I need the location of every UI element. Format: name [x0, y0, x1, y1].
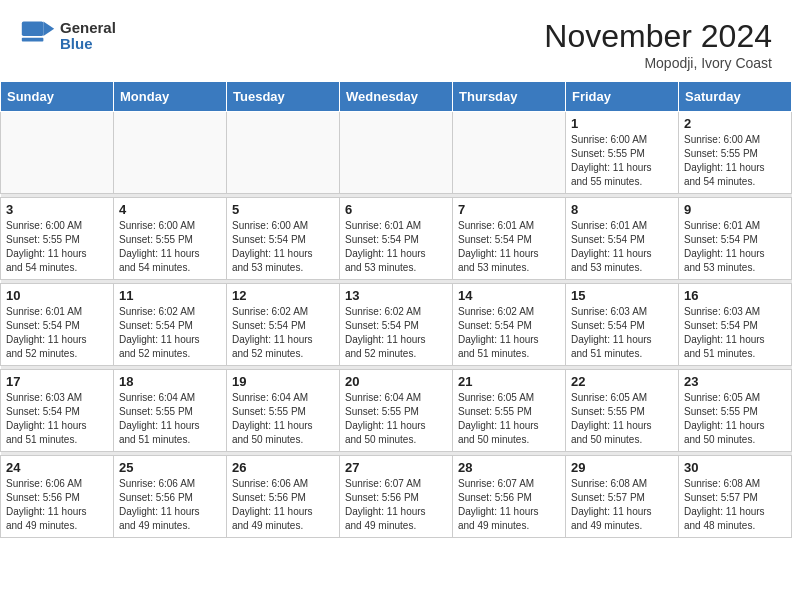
calendar-day: 26Sunrise: 6:06 AM Sunset: 5:56 PM Dayli… [227, 456, 340, 538]
day-info: Sunrise: 6:03 AM Sunset: 5:54 PM Dayligh… [6, 391, 108, 447]
day-info: Sunrise: 6:07 AM Sunset: 5:56 PM Dayligh… [458, 477, 560, 533]
calendar-day: 3Sunrise: 6:00 AM Sunset: 5:55 PM Daylig… [1, 198, 114, 280]
day-number: 10 [6, 288, 108, 303]
calendar-week-row: 17Sunrise: 6:03 AM Sunset: 5:54 PM Dayli… [1, 370, 792, 452]
day-info: Sunrise: 6:00 AM Sunset: 5:54 PM Dayligh… [232, 219, 334, 275]
day-info: Sunrise: 6:00 AM Sunset: 5:55 PM Dayligh… [6, 219, 108, 275]
logo-blue: Blue [60, 36, 116, 53]
day-number: 6 [345, 202, 447, 217]
calendar-header-friday: Friday [566, 82, 679, 112]
day-info: Sunrise: 6:05 AM Sunset: 5:55 PM Dayligh… [684, 391, 786, 447]
day-number: 29 [571, 460, 673, 475]
day-number: 19 [232, 374, 334, 389]
day-number: 5 [232, 202, 334, 217]
calendar-day: 18Sunrise: 6:04 AM Sunset: 5:55 PM Dayli… [114, 370, 227, 452]
day-info: Sunrise: 6:00 AM Sunset: 5:55 PM Dayligh… [571, 133, 673, 189]
calendar-day [453, 112, 566, 194]
calendar-day: 30Sunrise: 6:08 AM Sunset: 5:57 PM Dayli… [679, 456, 792, 538]
calendar-day [1, 112, 114, 194]
calendar-day [340, 112, 453, 194]
calendar-header-sunday: Sunday [1, 82, 114, 112]
day-info: Sunrise: 6:03 AM Sunset: 5:54 PM Dayligh… [684, 305, 786, 361]
calendar-day: 7Sunrise: 6:01 AM Sunset: 5:54 PM Daylig… [453, 198, 566, 280]
logo: General Blue [20, 18, 116, 54]
calendar-header-monday: Monday [114, 82, 227, 112]
calendar-header-tuesday: Tuesday [227, 82, 340, 112]
calendar-header-saturday: Saturday [679, 82, 792, 112]
day-number: 24 [6, 460, 108, 475]
calendar-day: 29Sunrise: 6:08 AM Sunset: 5:57 PM Dayli… [566, 456, 679, 538]
day-info: Sunrise: 6:01 AM Sunset: 5:54 PM Dayligh… [684, 219, 786, 275]
day-info: Sunrise: 6:06 AM Sunset: 5:56 PM Dayligh… [119, 477, 221, 533]
day-number: 17 [6, 374, 108, 389]
day-info: Sunrise: 6:01 AM Sunset: 5:54 PM Dayligh… [6, 305, 108, 361]
day-info: Sunrise: 6:04 AM Sunset: 5:55 PM Dayligh… [119, 391, 221, 447]
day-number: 4 [119, 202, 221, 217]
day-number: 27 [345, 460, 447, 475]
day-number: 11 [119, 288, 221, 303]
day-info: Sunrise: 6:03 AM Sunset: 5:54 PM Dayligh… [571, 305, 673, 361]
day-info: Sunrise: 6:01 AM Sunset: 5:54 PM Dayligh… [345, 219, 447, 275]
day-number: 7 [458, 202, 560, 217]
day-number: 2 [684, 116, 786, 131]
calendar-header-thursday: Thursday [453, 82, 566, 112]
day-number: 26 [232, 460, 334, 475]
day-number: 1 [571, 116, 673, 131]
calendar-day: 5Sunrise: 6:00 AM Sunset: 5:54 PM Daylig… [227, 198, 340, 280]
day-info: Sunrise: 6:02 AM Sunset: 5:54 PM Dayligh… [232, 305, 334, 361]
day-info: Sunrise: 6:00 AM Sunset: 5:55 PM Dayligh… [119, 219, 221, 275]
calendar-week-row: 3Sunrise: 6:00 AM Sunset: 5:55 PM Daylig… [1, 198, 792, 280]
day-number: 16 [684, 288, 786, 303]
day-info: Sunrise: 6:02 AM Sunset: 5:54 PM Dayligh… [119, 305, 221, 361]
calendar-day: 13Sunrise: 6:02 AM Sunset: 5:54 PM Dayli… [340, 284, 453, 366]
day-number: 18 [119, 374, 221, 389]
day-number: 21 [458, 374, 560, 389]
day-info: Sunrise: 6:04 AM Sunset: 5:55 PM Dayligh… [345, 391, 447, 447]
calendar-day: 23Sunrise: 6:05 AM Sunset: 5:55 PM Dayli… [679, 370, 792, 452]
calendar-day: 28Sunrise: 6:07 AM Sunset: 5:56 PM Dayli… [453, 456, 566, 538]
calendar-week-row: 10Sunrise: 6:01 AM Sunset: 5:54 PM Dayli… [1, 284, 792, 366]
day-number: 3 [6, 202, 108, 217]
calendar-day: 10Sunrise: 6:01 AM Sunset: 5:54 PM Dayli… [1, 284, 114, 366]
day-number: 9 [684, 202, 786, 217]
day-number: 30 [684, 460, 786, 475]
calendar-day: 21Sunrise: 6:05 AM Sunset: 5:55 PM Dayli… [453, 370, 566, 452]
calendar-day: 19Sunrise: 6:04 AM Sunset: 5:55 PM Dayli… [227, 370, 340, 452]
title-block: November 2024 Mopodji, Ivory Coast [544, 18, 772, 71]
calendar-day: 24Sunrise: 6:06 AM Sunset: 5:56 PM Dayli… [1, 456, 114, 538]
calendar-day: 1Sunrise: 6:00 AM Sunset: 5:55 PM Daylig… [566, 112, 679, 194]
month-title: November 2024 [544, 18, 772, 55]
calendar-day: 6Sunrise: 6:01 AM Sunset: 5:54 PM Daylig… [340, 198, 453, 280]
day-info: Sunrise: 6:02 AM Sunset: 5:54 PM Dayligh… [458, 305, 560, 361]
calendar-day: 16Sunrise: 6:03 AM Sunset: 5:54 PM Dayli… [679, 284, 792, 366]
calendar-day: 11Sunrise: 6:02 AM Sunset: 5:54 PM Dayli… [114, 284, 227, 366]
day-number: 13 [345, 288, 447, 303]
calendar-day: 4Sunrise: 6:00 AM Sunset: 5:55 PM Daylig… [114, 198, 227, 280]
day-info: Sunrise: 6:05 AM Sunset: 5:55 PM Dayligh… [458, 391, 560, 447]
day-info: Sunrise: 6:01 AM Sunset: 5:54 PM Dayligh… [571, 219, 673, 275]
calendar-day: 12Sunrise: 6:02 AM Sunset: 5:54 PM Dayli… [227, 284, 340, 366]
calendar-day: 20Sunrise: 6:04 AM Sunset: 5:55 PM Dayli… [340, 370, 453, 452]
calendar-header-row: SundayMondayTuesdayWednesdayThursdayFrid… [1, 82, 792, 112]
calendar-table: SundayMondayTuesdayWednesdayThursdayFrid… [0, 81, 792, 538]
day-number: 8 [571, 202, 673, 217]
day-info: Sunrise: 6:08 AM Sunset: 5:57 PM Dayligh… [571, 477, 673, 533]
calendar-week-row: 24Sunrise: 6:06 AM Sunset: 5:56 PM Dayli… [1, 456, 792, 538]
day-info: Sunrise: 6:06 AM Sunset: 5:56 PM Dayligh… [232, 477, 334, 533]
calendar-day: 15Sunrise: 6:03 AM Sunset: 5:54 PM Dayli… [566, 284, 679, 366]
svg-rect-2 [22, 38, 44, 42]
calendar-header-wednesday: Wednesday [340, 82, 453, 112]
location: Mopodji, Ivory Coast [544, 55, 772, 71]
day-number: 28 [458, 460, 560, 475]
day-number: 20 [345, 374, 447, 389]
logo-icon [20, 18, 56, 54]
day-info: Sunrise: 6:01 AM Sunset: 5:54 PM Dayligh… [458, 219, 560, 275]
day-number: 23 [684, 374, 786, 389]
day-number: 25 [119, 460, 221, 475]
day-info: Sunrise: 6:05 AM Sunset: 5:55 PM Dayligh… [571, 391, 673, 447]
day-info: Sunrise: 6:02 AM Sunset: 5:54 PM Dayligh… [345, 305, 447, 361]
day-info: Sunrise: 6:00 AM Sunset: 5:55 PM Dayligh… [684, 133, 786, 189]
logo-general: General [60, 20, 116, 37]
calendar-day: 14Sunrise: 6:02 AM Sunset: 5:54 PM Dayli… [453, 284, 566, 366]
day-number: 12 [232, 288, 334, 303]
